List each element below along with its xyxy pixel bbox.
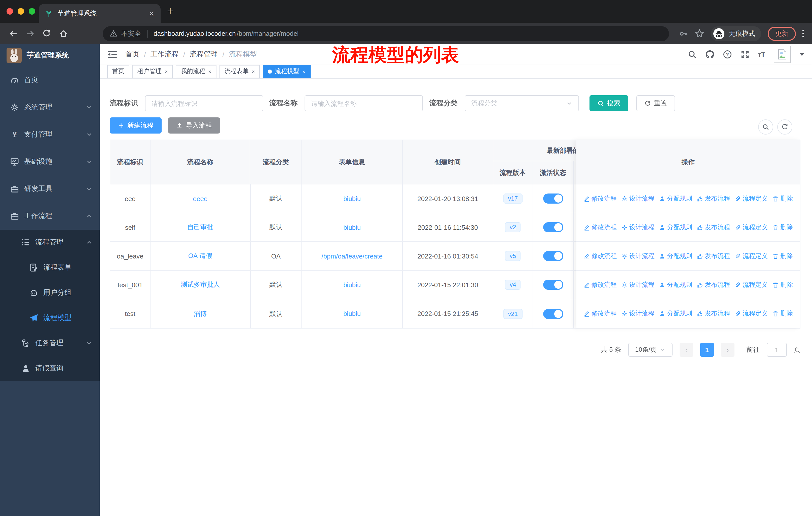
bookmark-star-icon[interactable] [695,29,704,38]
sidebar-item-home[interactable]: 首页 [0,66,100,94]
avatar[interactable] [774,46,791,63]
form-info-link[interactable]: biubiu [343,223,361,231]
tag-close-icon[interactable]: × [208,68,211,74]
reload-icon[interactable] [38,26,55,41]
update-button[interactable]: 更新 [768,26,796,40]
action-publish[interactable]: 发布流程 [697,309,730,318]
sidebar-item-infrastructure[interactable]: 基础设施 [0,148,100,175]
fullscreen-icon[interactable] [741,50,750,59]
process-name-link[interactable]: 滔博 [194,309,207,318]
forward-icon[interactable] [22,26,38,41]
tag-close-icon[interactable]: × [165,68,168,74]
sidebar-item-payment[interactable]: ¥支付管理 [0,121,100,148]
action-publish[interactable]: 发布流程 [697,223,730,232]
filter-category-select[interactable]: 流程分类 [465,95,579,111]
action-edit[interactable]: 修改流程 [583,280,617,289]
breadcrumb-item[interactable]: 首页 [125,50,140,59]
page-size-select[interactable]: 10条/页 [628,343,672,357]
action-edit[interactable]: 修改流程 [583,252,617,260]
tag-租户管理[interactable]: 租户管理× [133,65,173,78]
sidebar-item-devtools[interactable]: 研发工具 [0,175,100,202]
form-info-link[interactable]: biubiu [343,310,361,318]
reset-button[interactable]: 重置 [636,95,675,111]
action-assign[interactable]: 分配规则 [659,252,692,260]
sidebar-item-leave-query[interactable]: 请假查询 [0,356,100,381]
key-icon[interactable] [679,29,688,38]
tag-我的流程[interactable]: 我的流程× [176,65,216,78]
prev-page-button[interactable]: ‹ [679,343,693,357]
action-edit[interactable]: 修改流程 [583,223,617,232]
chevron-down-icon[interactable] [800,53,805,56]
page-1-button[interactable]: 1 [700,343,714,357]
browser-menu-icon[interactable] [803,30,804,37]
active-toggle[interactable] [543,251,563,261]
action-definition[interactable]: 流程定义 [734,309,768,318]
next-page-button[interactable]: › [721,343,734,357]
security-label[interactable]: 不安全 [121,29,141,38]
sidebar-collapse-icon[interactable] [107,50,117,59]
action-assign[interactable]: 分配规则 [659,280,692,289]
action-edit[interactable]: 修改流程 [583,194,617,203]
action-edit[interactable]: 修改流程 [583,309,617,318]
sidebar-logo-row[interactable]: 芋道管理系统 [0,44,100,66]
action-delete[interactable]: 删除 [772,252,793,260]
sidebar-item-task-mgmt[interactable]: 任务管理 [0,331,100,356]
tag-close-icon[interactable]: × [252,68,255,74]
process-name-link[interactable]: OA 请假 [188,251,212,261]
tab-close-icon[interactable]: ✕ [149,9,154,18]
action-delete[interactable]: 删除 [772,280,793,289]
home-icon[interactable] [55,26,71,41]
sidebar-item-process-mgmt[interactable]: 流程管理 [0,230,100,255]
sidebar-item-system[interactable]: 系统管理 [0,94,100,121]
form-info-link[interactable]: /bpm/oa/leave/create [321,252,383,260]
font-size-icon[interactable]: TT [758,51,765,58]
goto-page-input[interactable] [767,343,787,357]
sidebar-item-user-group[interactable]: 用户分组 [0,280,100,305]
address-bar[interactable]: 不安全 dashboard.yudao.iocoder.cn/bpm/manag… [103,26,669,41]
table-search-toggle-button[interactable] [758,119,773,135]
breadcrumb-item[interactable]: 工作流程 [150,50,179,59]
action-delete[interactable]: 删除 [772,223,793,232]
table-refresh-button[interactable] [777,119,792,135]
search-button[interactable]: 搜索 [589,95,628,111]
action-design[interactable]: 设计流程 [621,194,655,203]
tag-首页[interactable]: 首页 [107,65,129,78]
browser-tab[interactable]: 芋道管理系统 ✕ [39,4,161,23]
action-assign[interactable]: 分配规则 [659,223,692,232]
tag-流程模型[interactable]: 流程模型× [263,65,311,78]
active-toggle[interactable] [543,309,563,319]
tag-close-icon[interactable]: × [302,68,306,74]
form-info-link[interactable]: biubiu [343,195,361,202]
action-design[interactable]: 设计流程 [621,252,655,260]
window-close-button[interactable] [6,8,13,15]
process-name-link[interactable]: eeee [193,195,208,202]
filter-name-input[interactable] [304,95,423,111]
action-publish[interactable]: 发布流程 [697,194,730,203]
window-zoom-button[interactable] [29,8,35,15]
action-design[interactable]: 设计流程 [621,309,655,318]
filter-id-input[interactable] [145,95,263,111]
process-name-link[interactable]: 自己审批 [187,223,213,232]
help-icon[interactable]: ? [723,50,732,59]
github-icon[interactable] [705,50,714,59]
action-delete[interactable]: 删除 [772,194,793,203]
action-definition[interactable]: 流程定义 [734,194,768,203]
process-name-link[interactable]: 测试多审批人 [180,280,220,289]
active-toggle[interactable] [543,193,563,203]
new-tab-button[interactable]: + [167,5,173,16]
active-toggle[interactable] [543,222,563,232]
sidebar-item-process-model[interactable]: 流程模型 [0,305,100,331]
form-info-link[interactable]: biubiu [343,281,361,289]
tag-流程表单[interactable]: 流程表单× [220,65,260,78]
window-minimize-button[interactable] [18,8,24,15]
action-definition[interactable]: 流程定义 [734,252,768,260]
action-assign[interactable]: 分配规则 [659,194,692,203]
sidebar-item-process-form[interactable]: 流程表单 [0,255,100,280]
create-process-button[interactable]: 新建流程 [110,117,162,134]
action-design[interactable]: 设计流程 [621,223,655,232]
action-design[interactable]: 设计流程 [621,280,655,289]
active-toggle[interactable] [543,280,563,290]
import-process-button[interactable]: 导入流程 [168,117,220,134]
breadcrumb-item[interactable]: 流程管理 [190,50,218,59]
action-definition[interactable]: 流程定义 [734,280,768,289]
